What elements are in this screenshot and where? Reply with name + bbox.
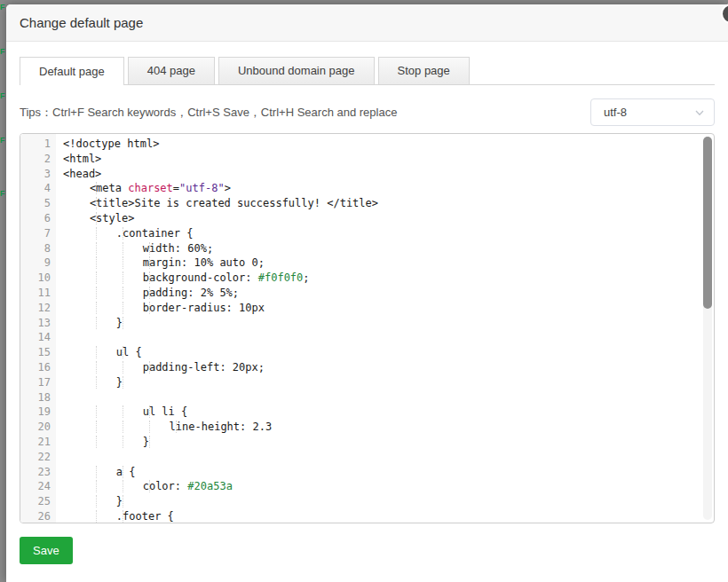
line-number: 9 <box>20 256 51 271</box>
code-line: ul { <box>63 345 714 360</box>
line-number: 18 <box>20 390 51 405</box>
code-line: <style> <box>63 211 714 226</box>
encoding-select[interactable]: utf-8 <box>590 98 715 126</box>
line-number: 6 <box>20 211 51 226</box>
toolbar: Tips：Ctrl+F Search keywords，Ctrl+S Save，… <box>20 98 715 126</box>
code-line: } <box>63 494 714 509</box>
tab-bar: Default page404 pageUnbound domain pageS… <box>20 57 715 85</box>
line-number: 26 <box>20 509 51 523</box>
line-number: 17 <box>20 375 51 390</box>
editor-scrollbar[interactable] <box>703 137 712 520</box>
line-number: 24 <box>20 479 51 494</box>
code-line: .footer { <box>63 509 714 523</box>
code-line <box>63 330 714 345</box>
code-line: ul li { <box>63 405 714 420</box>
line-number: 5 <box>20 196 51 211</box>
code-line: <title>Site is created successfully! </t… <box>63 196 714 211</box>
line-number: 2 <box>20 152 51 167</box>
code-line: padding-left: 20px; <box>63 360 714 375</box>
code-line: <html> <box>63 152 714 167</box>
encoding-select-value: utf-8 <box>604 106 627 119</box>
chevron-down-icon <box>694 107 705 118</box>
code-editor[interactable]: 1234567891011121314151617181920212223242… <box>20 133 715 523</box>
line-number: 8 <box>20 241 51 256</box>
line-number: 16 <box>20 360 51 375</box>
line-number: 1 <box>20 137 51 152</box>
code-line: background-color: #f0f0f0; <box>63 271 714 286</box>
line-number: 22 <box>20 450 51 465</box>
background-artifact: F <box>0 47 5 56</box>
line-number: 20 <box>20 420 51 435</box>
line-number: 11 <box>20 286 51 301</box>
line-number: 23 <box>20 465 51 480</box>
line-number: 4 <box>20 181 51 196</box>
line-number: 14 <box>20 330 51 345</box>
line-number: 19 <box>20 405 51 420</box>
code-line: a { <box>63 465 714 480</box>
background-artifact: F <box>0 136 5 145</box>
save-button[interactable]: Save <box>20 537 73 564</box>
change-default-page-dialog: ✕ Change default page Default page404 pa… <box>6 4 728 582</box>
code-line: line-height: 2.3 <box>63 420 714 435</box>
code-line: margin: 10% auto 0; <box>63 256 714 271</box>
code-line: .container { <box>63 226 714 241</box>
code-line <box>63 450 714 465</box>
code-line: <!doctype html> <box>63 137 714 152</box>
line-number: 25 <box>20 494 51 509</box>
dialog-header: Change default page <box>6 4 728 42</box>
background-artifact: F <box>0 3 5 12</box>
code-line: width: 60%; <box>63 241 714 256</box>
code-line: <meta charset="utf-8"> <box>63 181 714 196</box>
code-area[interactable]: <!doctype html><html><head> <meta charse… <box>56 134 714 523</box>
tab-unbound-domain-page[interactable]: Unbound domain page <box>218 57 375 84</box>
code-line: } <box>63 375 714 390</box>
code-line: } <box>63 316 714 331</box>
line-number: 10 <box>20 271 51 286</box>
page-background: { "dialog": { "title": "Change default p… <box>0 0 728 582</box>
line-number: 15 <box>20 345 51 360</box>
line-number: 13 <box>20 316 51 331</box>
tab-default-page[interactable]: Default page <box>20 57 124 85</box>
line-number: 21 <box>20 435 51 450</box>
tab-stop-page[interactable]: Stop page <box>378 57 470 84</box>
line-number: 12 <box>20 301 51 316</box>
code-line: color: #20a53a <box>63 479 714 494</box>
code-line <box>63 390 714 405</box>
code-line: border-radius: 10px <box>63 301 714 316</box>
line-number: 3 <box>20 167 51 182</box>
background-artifact: F <box>0 189 5 198</box>
line-number: 7 <box>20 226 51 241</box>
scrollbar-thumb[interactable] <box>703 137 712 309</box>
dialog-title: Change default page <box>20 15 143 30</box>
code-line: padding: 2% 5%; <box>63 286 714 301</box>
tips-text: Tips：Ctrl+F Search keywords，Ctrl+S Save，… <box>20 105 397 121</box>
dialog-body: Default page404 pageUnbound domain pageS… <box>6 57 728 564</box>
tab-404-page[interactable]: 404 page <box>128 57 215 84</box>
background-artifact: F <box>0 91 5 100</box>
line-number-gutter: 1234567891011121314151617181920212223242… <box>20 134 56 523</box>
code-line: } <box>63 435 714 450</box>
code-line: <head> <box>63 167 714 182</box>
